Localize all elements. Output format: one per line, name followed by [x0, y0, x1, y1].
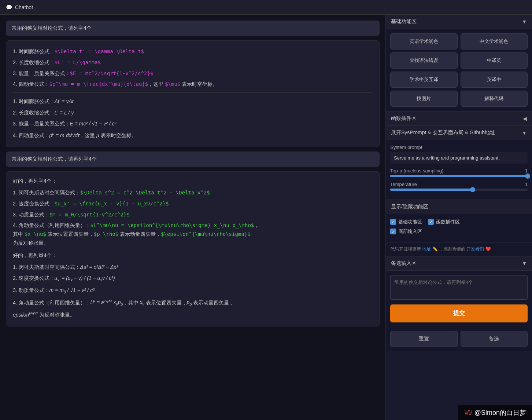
top-p-fill	[390, 175, 528, 177]
top-p-slider[interactable]	[390, 175, 528, 177]
formula-item: 3. 动质量公式：$m = m_0/\sqrt{1-v^2/c^2}$	[13, 211, 373, 219]
temperature-slider-row: Temperature 1	[390, 182, 528, 191]
checkbox-bottom-box[interactable]: ✓	[390, 229, 396, 234]
formula-item: 3. 能量—质量关系公式：$E = mc^2/\sqrt{1-v^2/c^2}$	[13, 69, 373, 78]
btn-zh-to-en[interactable]: 中译英	[461, 52, 528, 69]
alt-input-content: 提交	[386, 271, 532, 327]
sysprompt-header[interactable]: 展开SysPrompt & 交互界面布局 & Github地址 ▼	[386, 126, 532, 140]
alt-input-header[interactable]: 备选输入区 ▼	[386, 256, 532, 271]
response-intro-2: 好的，再列举4个：	[13, 251, 373, 260]
btn-english-polish[interactable]: 英语学术润色	[390, 33, 458, 50]
checkbox-row-1: ✓ 基础功能区 ✓ 函数插件区	[390, 219, 528, 225]
top-p-slider-row: Top-p (nucleus sampling) 1	[390, 168, 528, 177]
top-bar: 💬 Chatbot	[0, 0, 532, 15]
chevron-down-icon-2: ▼	[522, 130, 527, 136]
temperature-thumb[interactable]	[470, 187, 475, 192]
checkbox-plugin-box[interactable]: ✓	[428, 219, 434, 225]
checkbox-row-2: ✓ 底部输入区	[390, 228, 528, 235]
basic-section-header[interactable]: 基础功能区 ▼	[386, 15, 532, 29]
plugin-section-header[interactable]: 函数插件区 ◀	[386, 112, 532, 126]
btn-explain-code[interactable]: 解释代码	[461, 91, 528, 107]
submit-button[interactable]: 提交	[390, 304, 528, 322]
chatbot-icon: 💬	[6, 4, 12, 10]
alt-input-textarea[interactable]	[390, 275, 528, 300]
reset-button[interactable]: 重置	[390, 331, 458, 347]
alt-button[interactable]: 备选	[461, 331, 528, 347]
footer-note: 代码开源和更新 地址 ✏️ ，感谢热情的 开发者们 ❤️	[386, 242, 532, 256]
formula-item: 4. 角动量公式（利用四维矢量）：$L^\mu\nu = \epsilon^{\…	[13, 221, 373, 247]
btn-chinese-polish[interactable]: 中文学术润色	[461, 33, 528, 50]
response-intro: 好的，再列举4个：	[13, 177, 373, 186]
checkbox-basic-box[interactable]: ✓	[390, 219, 396, 225]
watermark: 𝕎 @Simon的白日梦	[458, 405, 532, 420]
temperature-fill	[390, 189, 473, 191]
system-prompt-value: Serve me as a writing and programming as…	[390, 152, 528, 164]
btn-academic-translate[interactable]: 学术中英互译	[390, 72, 458, 88]
visibility-section-content: ✓ 基础功能区 ✓ 函数插件区 ✓ 底部输入区	[386, 214, 532, 242]
top-bar-title: Chatbot	[15, 4, 33, 10]
top-p-thumb[interactable]	[525, 174, 530, 179]
formula-item: 1. 闵可夫斯基时空间隔公式：$\Delta s^2 = c^2 \Delta …	[13, 189, 373, 197]
btn-find-image[interactable]: 找图片	[390, 91, 458, 107]
main-container: 常用的狭义相对论公式，请列举4个 1. 时间膨胀公式：$\Delta t' = …	[0, 15, 532, 420]
right-panel: 基础功能区 ▼ 英语学术润色 中文学术润色 查找语法错误 中译英 学术中英互译 …	[385, 15, 532, 420]
chevron-down-icon-3: ▼	[522, 260, 527, 266]
visibility-section-header[interactable]: 显示/隐藏功能区	[386, 200, 532, 214]
source-link[interactable]: 地址	[422, 246, 431, 252]
btn-en-to-zh[interactable]: 英译中	[461, 72, 528, 88]
formula-item: 1. 时间膨胀公式：$\Delta t' = \gamma \Delta t$	[13, 47, 373, 56]
rendered-block: 1. 时间膨胀公式：Δt′ = γΔt 2. 长度收缩公式：L′ = L / γ…	[13, 96, 373, 140]
temperature-slider[interactable]	[390, 189, 528, 191]
formula-item: 2. 速度变换公式：$u_x' = \frac{u_x - v}{1 - u_x…	[13, 200, 373, 208]
basic-section-content: 英语学术润色 中文学术润色 查找语法错误 中译英 学术中英互译 英译中 找图片 …	[386, 29, 532, 112]
sysprompt-content: System prompt Serve me as a writing and …	[386, 140, 532, 200]
checkbox-basic[interactable]: ✓ 基础功能区	[390, 219, 422, 225]
chat-panel: 常用的狭义相对论公式，请列举4个 1. 时间膨胀公式：$\Delta t' = …	[0, 15, 385, 420]
rendered-block-2: 1. 闵可夫斯基时空间隔公式：Δs² = c²Δt² − Δx² 2. 速度变换…	[13, 262, 373, 320]
function-buttons: 英语学术润色 中文学术润色 查找语法错误 中译英 学术中英互译 英译中 找图片 …	[390, 33, 528, 107]
formula-item: 4. 四动量公式：$p^\mu = m \frac{dx^\mu}{d\tau}…	[13, 80, 373, 89]
weibo-icon: 𝕎	[464, 408, 472, 417]
assistant-message-1: 1. 时间膨胀公式：$\Delta t' = \gamma \Delta t$ …	[6, 40, 380, 147]
developers-link[interactable]: 开发者们	[466, 246, 484, 252]
chevron-right-icon: ◀	[523, 116, 527, 121]
user-message-2: 常用的狭义相对论公式，请再列举4个	[6, 151, 380, 167]
formula-item: 2. 长度收缩公式：$L' = L/\gamma$	[13, 58, 373, 67]
chevron-down-icon: ▼	[522, 19, 527, 25]
checkbox-plugin[interactable]: ✓ 函数插件区	[428, 219, 460, 225]
user-message-1: 常用的狭义相对论公式，请列举4个	[6, 21, 380, 36]
assistant-message-2: 好的，再列举4个： 1. 闵可夫斯基时空间隔公式：$\Delta s^2 = c…	[6, 171, 380, 326]
btn-grammar-check[interactable]: 查找语法错误	[390, 52, 458, 69]
bottom-buttons: 重置 备选	[386, 327, 532, 351]
checkbox-bottom-input[interactable]: ✓ 底部输入区	[390, 228, 422, 235]
